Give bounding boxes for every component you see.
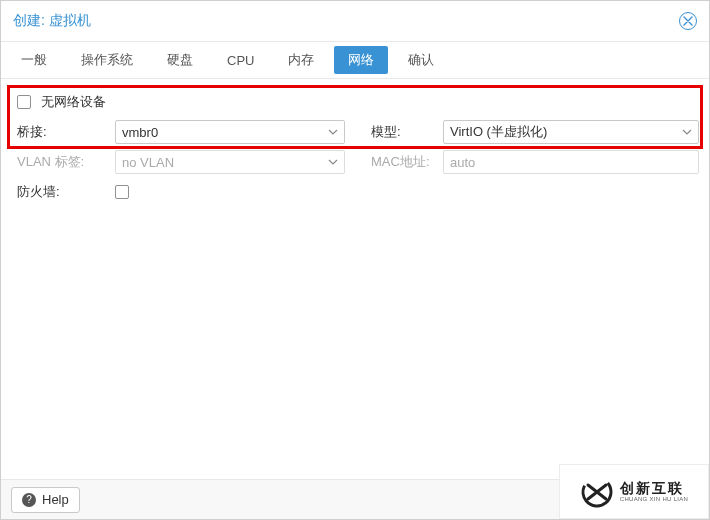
mac-field: MAC地址: auto <box>365 147 699 177</box>
close-button[interactable] <box>679 12 697 30</box>
firewall-label: 防火墙: <box>11 183 107 201</box>
bridge-value: vmbr0 <box>122 125 328 140</box>
firewall-checkbox[interactable] <box>115 185 129 199</box>
close-icon <box>683 16 693 26</box>
tab-label: 网络 <box>348 51 374 69</box>
help-button[interactable]: ? Help <box>11 487 80 513</box>
model-field: 模型: VirtIO (半虚拟化) <box>365 117 699 147</box>
watermark-zh: 创新互联 <box>620 481 688 496</box>
vlan-field: VLAN 标签: no VLAN <box>11 147 345 177</box>
tab-label: 一般 <box>21 51 47 69</box>
tab-network[interactable]: 网络 <box>334 46 388 74</box>
chevron-down-icon <box>682 127 692 137</box>
tab-label: CPU <box>227 53 254 68</box>
watermark-logo-icon <box>580 475 614 509</box>
no-network-label: 无网络设备 <box>41 93 106 111</box>
tab-cpu[interactable]: CPU <box>211 42 270 78</box>
dialog-title: 创建: 虚拟机 <box>13 12 91 30</box>
form-grid: 桥接: vmbr0 VLAN 标签: no VLAN 防火墙: <box>11 117 699 207</box>
tab-general[interactable]: 一般 <box>5 42 63 78</box>
firewall-field: 防火墙: <box>11 177 345 207</box>
tab-label: 硬盘 <box>167 51 193 69</box>
watermark: 创新互联 CHUANG XIN HU LIAN <box>559 464 709 519</box>
no-network-checkbox[interactable] <box>17 95 31 109</box>
tab-confirm[interactable]: 确认 <box>392 42 450 78</box>
create-vm-dialog: 创建: 虚拟机 一般 操作系统 硬盘 CPU 内存 网络 确认 无网络设备 桥接… <box>0 0 710 520</box>
help-label: Help <box>42 492 69 507</box>
bridge-field: 桥接: vmbr0 <box>11 117 345 147</box>
right-column: 模型: VirtIO (半虚拟化) MAC地址: auto <box>365 117 699 207</box>
help-icon: ? <box>22 493 36 507</box>
watermark-text: 创新互联 CHUANG XIN HU LIAN <box>620 481 688 503</box>
tab-os[interactable]: 操作系统 <box>65 42 149 78</box>
mac-input[interactable]: auto <box>443 150 699 174</box>
network-form: 无网络设备 桥接: vmbr0 VLAN 标签: no VLAN <box>1 79 709 477</box>
tab-label: 内存 <box>288 51 314 69</box>
tab-memory[interactable]: 内存 <box>272 42 330 78</box>
tab-label: 确认 <box>408 51 434 69</box>
mac-value: auto <box>450 155 475 170</box>
left-column: 桥接: vmbr0 VLAN 标签: no VLAN 防火墙: <box>11 117 345 207</box>
tab-disk[interactable]: 硬盘 <box>151 42 209 78</box>
vlan-combo[interactable]: no VLAN <box>115 150 345 174</box>
model-value: VirtIO (半虚拟化) <box>450 123 682 141</box>
no-network-row: 无网络设备 <box>11 87 699 117</box>
model-label: 模型: <box>365 123 435 141</box>
bridge-label: 桥接: <box>11 123 107 141</box>
vlan-value: no VLAN <box>122 155 328 170</box>
wizard-tabs: 一般 操作系统 硬盘 CPU 内存 网络 确认 <box>1 41 709 79</box>
chevron-down-icon <box>328 127 338 137</box>
bridge-combo[interactable]: vmbr0 <box>115 120 345 144</box>
tab-label: 操作系统 <box>81 51 133 69</box>
watermark-en: CHUANG XIN HU LIAN <box>620 496 688 503</box>
model-combo[interactable]: VirtIO (半虚拟化) <box>443 120 699 144</box>
mac-label: MAC地址: <box>365 153 435 171</box>
vlan-label: VLAN 标签: <box>11 153 107 171</box>
dialog-titlebar: 创建: 虚拟机 <box>1 1 709 41</box>
chevron-down-icon <box>328 157 338 167</box>
